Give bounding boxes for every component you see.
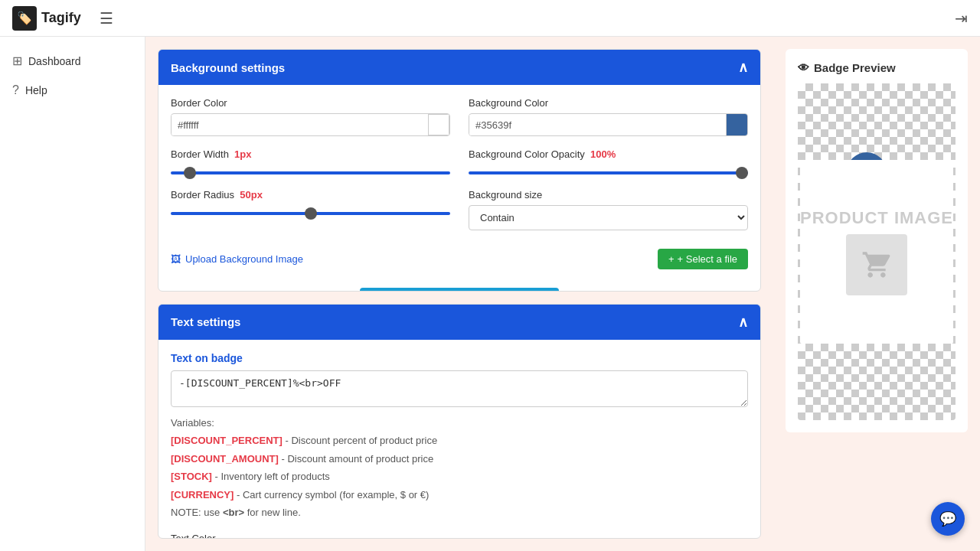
- border-width-value: 1px: [234, 148, 251, 160]
- variable-discount-amount: [DISCOUNT_AMOUNT] - Discount amount of p…: [171, 452, 748, 467]
- text-collapse-btn[interactable]: ∧: [738, 314, 748, 331]
- slider-row-2: Border Radius 50px Background size Conta…: [171, 189, 748, 230]
- sidebar: ⊞ Dashboard ? Help: [0, 37, 145, 551]
- template-btn-wrap: 🖼 Or Select From Templates: [171, 276, 748, 292]
- logo-icon: 🏷️: [12, 6, 37, 31]
- border-radius-value: 50px: [240, 189, 263, 201]
- background-collapse-btn[interactable]: ∧: [738, 59, 748, 76]
- hamburger-icon[interactable]: ☰: [100, 9, 113, 28]
- slider-row-1: Border Width 1px Background Color Opacit…: [171, 148, 748, 177]
- border-width-slider[interactable]: [171, 171, 450, 174]
- app-logo: 🏷️ Tagify: [12, 6, 81, 31]
- variable-stock: [STOCK] - Inventory left of products: [171, 469, 748, 484]
- cart-icon-area: [846, 234, 907, 295]
- text-color-label: Text Color: [171, 533, 748, 539]
- text-color-section: Text Color: [171, 533, 748, 539]
- text-on-badge-textarea[interactable]: -[DISCOUNT_PERCENT]%<br>OFF: [171, 370, 748, 407]
- sidebar-item-dashboard[interactable]: ⊞ Dashboard: [0, 46, 145, 76]
- border-width-label: Border Width 1px: [171, 148, 450, 160]
- variables-title: Variables:: [171, 416, 748, 431]
- sidebar-item-label: Dashboard: [28, 55, 81, 67]
- variables-section: Variables: [DISCOUNT_PERCENT] - Discount…: [171, 416, 748, 520]
- bg-size-select[interactable]: Contain Cover Auto 100% 100%: [469, 205, 748, 230]
- note-text: NOTE: use <br> for new line.: [171, 505, 748, 520]
- dashboard-icon: ⊞: [12, 54, 22, 68]
- variable-currency: [CURRENCY] - Cart currency symbol (for e…: [171, 487, 748, 503]
- bg-color-col: Background Color: [469, 97, 748, 136]
- topnav: 🏷️ Tagify ☰ ⇥: [0, 0, 980, 37]
- plus-icon: +: [668, 253, 675, 265]
- border-color-input-group: [171, 113, 450, 136]
- left-panel: Background settings ∧ Border Color: [145, 37, 773, 551]
- bg-color-label: Background Color: [469, 97, 748, 109]
- bg-opacity-slider[interactable]: [469, 171, 748, 174]
- border-color-label: Border Color: [171, 97, 450, 109]
- product-image-area: PRODUCT IMAGE: [800, 160, 953, 344]
- topnav-right: ⇥: [955, 9, 968, 28]
- border-color-swatch[interactable]: [428, 114, 449, 135]
- border-color-input[interactable]: [172, 115, 428, 135]
- right-panel: 👁 Badge Preview -40% OFF PRODUCT IMAGE: [773, 37, 980, 551]
- chat-bubble[interactable]: 💬: [931, 502, 965, 536]
- var-name-discount-amount: [DISCOUNT_AMOUNT]: [171, 453, 279, 465]
- eye-icon: 👁: [798, 61, 809, 74]
- sidebar-item-help[interactable]: ? Help: [0, 76, 145, 105]
- var-name-currency: [CURRENCY]: [171, 489, 234, 500]
- background-settings-card: Background settings ∧ Border Color: [158, 49, 761, 292]
- var-desc-currency: - Cart currency symbol (for example, $ o…: [237, 489, 429, 500]
- preview-canvas: -40% OFF PRODUCT IMAGE: [798, 83, 956, 420]
- bg-color-input[interactable]: [469, 115, 726, 135]
- var-desc-discount-percent: - Discount percent of product price: [286, 435, 438, 446]
- color-row: Border Color Background Color: [171, 97, 748, 136]
- text-on-badge-label: Text on badge: [171, 352, 748, 364]
- upload-label[interactable]: 🖼 Upload Background Image: [171, 253, 303, 265]
- sidebar-item-label: Help: [25, 84, 47, 96]
- background-settings-body: Border Color Background Color: [158, 85, 760, 292]
- badge-preview-section: 👁 Badge Preview -40% OFF PRODUCT IMAGE: [786, 49, 968, 432]
- border-width-col: Border Width 1px: [171, 148, 450, 177]
- content-area: Background settings ∧ Border Color: [145, 37, 980, 551]
- border-radius-slider[interactable]: [171, 212, 450, 215]
- app-name: Tagify: [41, 10, 81, 26]
- bg-size-label: Background size: [469, 189, 748, 201]
- background-settings-header: Background settings ∧: [158, 50, 760, 85]
- bg-color-swatch[interactable]: [726, 114, 747, 135]
- text-settings-title: Text settings: [171, 315, 240, 328]
- bg-opacity-label: Background Color Opacity 100%: [469, 148, 748, 160]
- var-desc-stock: - Inventory left of products: [215, 471, 330, 482]
- bg-opacity-col: Background Color Opacity 100%: [469, 148, 748, 177]
- var-name-discount-percent: [DISCOUNT_PERCENT]: [171, 435, 283, 446]
- product-image-text: PRODUCT IMAGE: [800, 208, 953, 228]
- variable-discount-percent: [DISCOUNT_PERCENT] - Discount percent of…: [171, 433, 748, 448]
- var-name-stock: [STOCK]: [171, 471, 212, 482]
- background-settings-title: Background settings: [171, 61, 285, 74]
- bg-opacity-value: 100%: [590, 148, 616, 160]
- upload-row: 🖼 Upload Background Image + + Select a f…: [171, 243, 748, 276]
- border-radius-col: Border Radius 50px: [171, 189, 450, 230]
- text-settings-header: Text settings ∧: [158, 305, 760, 340]
- select-file-button[interactable]: + + Select a file: [658, 249, 748, 269]
- badge-preview-title: 👁 Badge Preview: [798, 61, 956, 74]
- main-layout: ⊞ Dashboard ? Help Background settings ∧: [0, 37, 980, 551]
- upload-icon: 🖼: [171, 253, 181, 265]
- chat-icon: 💬: [939, 510, 956, 527]
- bg-size-col: Background size Contain Cover Auto 100% …: [469, 189, 748, 230]
- exit-icon[interactable]: ⇥: [955, 10, 968, 27]
- help-icon: ?: [12, 83, 19, 97]
- cart-icon: [861, 249, 892, 280]
- border-radius-label: Border Radius 50px: [171, 189, 450, 201]
- text-settings-card: Text settings ∧ Text on badge -[DISCOUNT…: [158, 304, 761, 539]
- var-desc-discount-amount: - Discount amount of product price: [281, 453, 433, 465]
- bg-color-input-group: [469, 113, 748, 136]
- text-settings-body: Text on badge -[DISCOUNT_PERCENT]%<br>OF…: [158, 340, 760, 539]
- select-templates-button[interactable]: 🖼 Or Select From Templates: [360, 288, 560, 292]
- border-color-col: Border Color: [171, 97, 450, 136]
